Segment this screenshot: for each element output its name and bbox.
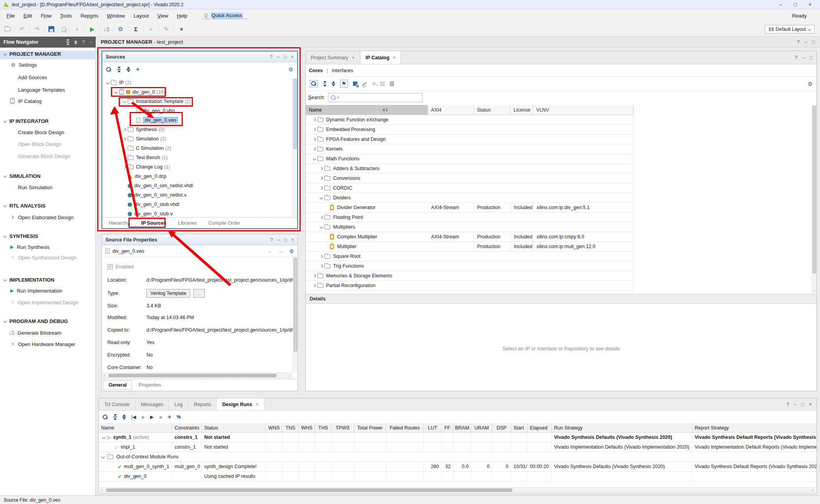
- tab-reports[interactable]: Reports: [188, 398, 217, 410]
- subtab-interfaces[interactable]: Interfaces: [332, 68, 353, 73]
- catalog-category-row[interactable]: Trig Functions: [306, 261, 633, 271]
- run-step-icon[interactable]: ▶: [150, 414, 153, 420]
- menu-edit[interactable]: Edit: [19, 11, 36, 20]
- catalog-category-row[interactable]: Kernels: [306, 144, 633, 154]
- tree-item-sim-netlist-vhdl[interactable]: div_gen_0_sim_netlist.vhdl: [102, 181, 292, 190]
- sidebar-item-open-elaborated-design[interactable]: Open Elaborated Design: [11, 213, 73, 221]
- section-synthesis[interactable]: SYNTHESIS: [4, 232, 38, 240]
- search-icon[interactable]: [310, 80, 318, 87]
- filter-icon[interactable]: ⚑: [340, 80, 348, 88]
- edit-pencil-icon[interactable]: ✎: [162, 25, 170, 33]
- subtab-cores[interactable]: Cores: [309, 68, 323, 73]
- search-input[interactable]: [328, 93, 422, 102]
- column-header[interactable]: Report Strategy: [692, 423, 816, 433]
- tab-project-summary[interactable]: Project Summary×: [306, 51, 360, 64]
- chevron-right-icon[interactable]: [123, 156, 126, 159]
- go-to-start-icon[interactable]: |◀: [131, 414, 136, 420]
- license-key-icon[interactable]: [373, 82, 375, 85]
- tree-item-test-bench[interactable]: Test Bench(1): [102, 153, 292, 162]
- tree-item-div-gen-0-veo[interactable]: div_gen_0.veo: [102, 115, 292, 125]
- copy-icon[interactable]: [62, 27, 66, 32]
- run-group-row-ooc[interactable]: Out-of-Context Module Runs: [99, 452, 816, 462]
- catalog-ip-row-divider-generator[interactable]: Divider Generator AXI4-Stream Production…: [306, 203, 633, 213]
- column-header[interactable]: Name: [99, 423, 172, 433]
- chevron-right-icon[interactable]: [123, 137, 126, 140]
- run-row-div-gen-0[interactable]: ✓div_gen_0 Using cached IP results: [99, 472, 816, 481]
- delete-icon[interactable]: ×: [73, 25, 81, 33]
- catalog-ip-row-complex-multiplier[interactable]: Complex Multiplier AXI4-Stream Productio…: [306, 232, 633, 242]
- sidebar-item-open-block-design[interactable]: Open Block Design: [18, 140, 61, 148]
- section-program-and-debug[interactable]: PROGRAM AND DEBUG: [4, 317, 68, 325]
- chevron-down-icon[interactable]: [313, 157, 316, 160]
- close-tab-icon[interactable]: ×: [393, 55, 396, 60]
- gear-icon[interactable]: ⚙: [808, 81, 813, 87]
- menu-view[interactable]: View: [153, 11, 173, 20]
- float-panel-icon[interactable]: □: [801, 402, 804, 407]
- generate-bitstream-icon[interactable]: ↓0110: [103, 26, 109, 32]
- minimize-panel-icon[interactable]: –: [277, 54, 280, 60]
- tree-item-div-gen-0-vho[interactable]: div_gen_0.vho: [102, 106, 292, 115]
- sidebar-item-open-synthesized-design[interactable]: Open Synthesized Design: [11, 254, 77, 261]
- help-icon[interactable]: ?: [270, 54, 273, 60]
- tab-tcl-console[interactable]: Tcl Console: [99, 398, 135, 410]
- section-rtl-analysis[interactable]: RTL ANALYSIS: [4, 202, 46, 209]
- collapse-all-icon[interactable]: [117, 67, 121, 72]
- tree-item-instantiation-template[interactable]: Instantiation Template(2): [102, 97, 292, 106]
- menu-reports[interactable]: Reports: [76, 11, 103, 20]
- window-close-button[interactable]: ×: [808, 2, 811, 7]
- chevron-down-icon[interactable]: [102, 455, 105, 458]
- tree-item-div-gen-0[interactable]: div_gen_0(16): [102, 87, 292, 97]
- section-implementation[interactable]: IMPLEMENTATION: [4, 276, 54, 284]
- tab-messages[interactable]: Messages: [135, 398, 169, 410]
- column-header[interactable]: Total Power: [354, 423, 386, 433]
- scroll-right-icon[interactable]: ›: [810, 488, 815, 492]
- close-tab-icon[interactable]: ×: [352, 55, 355, 60]
- tree-item-ip[interactable]: IP(2): [102, 78, 292, 87]
- add-repository-icon[interactable]: [353, 82, 357, 86]
- properties-hscrollbar[interactable]: ‹›: [103, 373, 292, 378]
- scroll-left-icon[interactable]: ‹: [100, 488, 104, 492]
- sidebar-item-run-synthesis[interactable]: ▶Run Synthesis: [10, 243, 50, 251]
- catalog-category-row[interactable]: Square Root: [306, 252, 633, 261]
- run-row-impl-1[interactable]: ▷impl_1 constrs_1 Not started Vivado Imp…: [99, 442, 816, 452]
- close-panel-icon[interactable]: ×: [291, 237, 294, 243]
- scroll-right-icon[interactable]: ›: [288, 373, 292, 378]
- tree-item-change-log[interactable]: Change Log(1): [102, 162, 292, 172]
- column-header[interactable]: DSP: [492, 423, 511, 433]
- search-icon[interactable]: [106, 67, 111, 72]
- expand-all-icon[interactable]: [127, 67, 130, 72]
- abort-icon[interactable]: ×: [178, 25, 185, 33]
- menu-help[interactable]: Help: [173, 11, 192, 20]
- enabled-checkbox[interactable]: [107, 264, 113, 270]
- help-icon[interactable]: ?: [795, 55, 798, 60]
- tab-log[interactable]: Log: [169, 398, 189, 410]
- help-icon[interactable]: ?: [270, 237, 273, 243]
- catalog-category-row[interactable]: Memories & Storage Elements: [306, 271, 633, 281]
- back-arrow-icon[interactable]: ←: [267, 248, 273, 254]
- column-header[interactable]: FF: [442, 423, 453, 433]
- column-header[interactable]: THS: [315, 423, 332, 433]
- scrollbar-thumb[interactable]: [293, 79, 297, 149]
- run-row-mult-gen-0-synth-1[interactable]: ✓mult_gen_0_synth_1 mult_gen_0 synth_des…: [99, 462, 816, 472]
- scrollbar-thumb[interactable]: [109, 374, 276, 377]
- column-header-status[interactable]: Status: [474, 105, 510, 115]
- tree-item-synthesis[interactable]: Synthesis(3): [102, 125, 292, 134]
- catalog-category-row[interactable]: Dynamic Function eXchange: [306, 115, 633, 125]
- run-row-synth-1[interactable]: ▷synth_1 (active) constrs_1 Not started …: [99, 433, 816, 442]
- menu-layout[interactable]: Layout: [129, 11, 153, 20]
- sources-scrollbar[interactable]: [292, 78, 297, 217]
- customize-ip-icon[interactable]: [362, 81, 367, 86]
- chevron-down-icon[interactable]: [106, 81, 109, 84]
- sidebar-item-open-implemented-design[interactable]: Open Implemented Design: [11, 298, 78, 306]
- column-header[interactable]: WNS: [266, 423, 282, 433]
- column-header-axi4[interactable]: AXI4: [428, 105, 474, 115]
- layout-selector[interactable]: Default Layout: [765, 25, 815, 34]
- window-maximize-button[interactable]: □: [794, 2, 797, 7]
- type-dropdown-button[interactable]: Verilog Template: [146, 289, 190, 298]
- chevron-right-icon[interactable]: [313, 118, 316, 121]
- tab-ip-catalog[interactable]: IP Catalog×: [360, 51, 401, 64]
- scroll-down-icon[interactable]: ⌄: [813, 289, 816, 293]
- ellipsis-button[interactable]: …: [193, 289, 205, 298]
- tree-item-stub-vhdl[interactable]: div_gen_0_stub.vhdl: [102, 200, 292, 209]
- collapse-all-icon[interactable]: [323, 81, 326, 87]
